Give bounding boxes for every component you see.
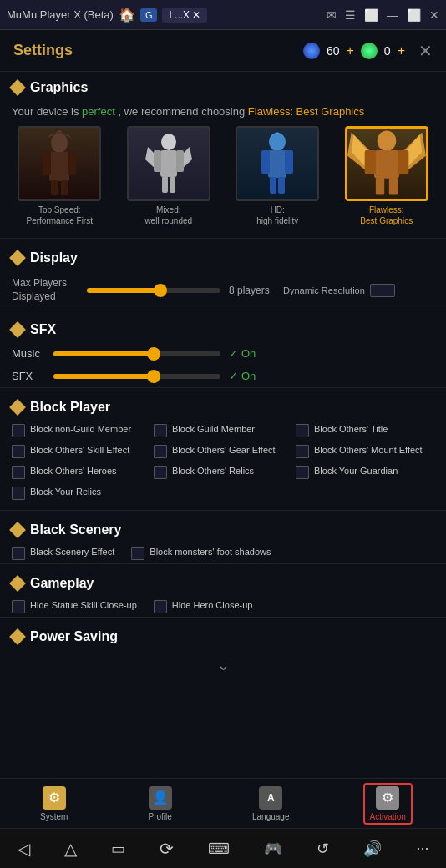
svg-rect-14 <box>176 150 184 172</box>
language-nav-icon: A <box>259 786 282 810</box>
volume-button[interactable]: 🔊 <box>357 833 388 865</box>
window-close-icon[interactable]: ✕ <box>429 8 439 22</box>
gem1-count: 60 <box>327 44 340 58</box>
block-monsters-shadows-label: Block monsters' foot shadows <box>150 546 271 558</box>
keyboard-button[interactable]: ⌨ <box>201 833 236 865</box>
black-scenery-section-header: Black Scenery <box>0 514 446 542</box>
svg-point-7 <box>161 134 176 150</box>
block-guild-member: Block Guild Member <box>154 423 292 437</box>
block-others-mount-checkbox[interactable] <box>296 445 309 458</box>
graphics-option-top-speed[interactable]: Top Speed: Performance First <box>13 126 105 226</box>
graphics-option-mixed[interactable]: Mixed: well rounded <box>123 126 215 226</box>
screenshot-icon[interactable]: ⬜ <box>364 8 378 22</box>
music-fill <box>53 351 154 356</box>
dynamic-resolution: Dynamic Resolution <box>283 284 395 297</box>
sfx-status: ✓ On <box>229 370 256 382</box>
activation-nav-icon: ⚙ <box>376 786 399 810</box>
svg-point-0 <box>51 133 68 153</box>
svg-rect-8 <box>160 150 177 177</box>
tab-google-play[interactable]: G <box>140 8 158 22</box>
title-bar-text: MuMu Player X (Beta) <box>7 8 114 21</box>
sfx-check-icon: ✓ <box>229 370 238 382</box>
home-icon[interactable]: 🏠 <box>119 7 135 23</box>
system-nav-label: System <box>40 812 68 821</box>
block-guild-member-checkbox[interactable] <box>154 424 167 437</box>
more-button[interactable]: ··· <box>409 833 435 864</box>
gem2-count: 0 <box>384 44 391 58</box>
home-button[interactable]: △ <box>58 832 84 865</box>
block-others-skill-checkbox[interactable] <box>12 445 25 458</box>
title-bar-icons: ✉ ☰ ⬜ — ⬜ ✕ <box>327 8 439 22</box>
sfx-thumb[interactable] <box>147 370 160 383</box>
nav-profile[interactable]: 👤 Profile <box>142 783 179 825</box>
block-non-guild: Block non-Guild Member <box>12 423 150 437</box>
max-players-slider[interactable] <box>87 288 220 293</box>
block-player-title: Block Player <box>30 400 110 415</box>
block-your-relics: Block Your Relics <box>12 486 150 500</box>
block-your-guardian-checkbox[interactable] <box>296 466 309 479</box>
music-row: Music ✓ On <box>0 342 446 365</box>
sfx-fill <box>53 374 154 379</box>
block-others-heroes-label: Block Others' Heroes <box>30 465 117 477</box>
graphics-option-flawless[interactable]: Flawless: Best Graphics <box>341 126 433 226</box>
gamepad-button[interactable]: 🎮 <box>257 833 289 865</box>
block-your-relics-checkbox[interactable] <box>12 487 25 500</box>
sfx-on-label: On <box>241 370 256 382</box>
settings-header: Settings 60 + 0 + ✕ <box>0 30 446 72</box>
black-scenery-effect: Black Scenery Effect <box>12 546 114 560</box>
svg-rect-23 <box>374 150 399 179</box>
recent-button[interactable]: ⟳ <box>153 832 180 865</box>
rotate-button[interactable]: ↺ <box>310 833 336 865</box>
block-others-heroes-checkbox[interactable] <box>12 466 25 479</box>
music-slider[interactable] <box>53 351 220 356</box>
black-scenery-effect-label: Black Scenery Effect <box>30 546 114 558</box>
svg-rect-16 <box>268 150 286 178</box>
gameplay-diamond-icon <box>9 575 26 592</box>
screen-button[interactable]: ▭ <box>104 833 132 865</box>
hide-statue-skill-checkbox[interactable] <box>12 600 25 613</box>
sfx-slider[interactable] <box>53 374 220 379</box>
tab-active[interactable]: L...X ✕ <box>162 8 207 23</box>
nav-system[interactable]: ⚙ System <box>33 783 74 825</box>
expand-power-saving-button[interactable]: ⌄ <box>0 649 446 681</box>
graphics-option-hd[interactable]: HD: high fidelity <box>231 126 323 226</box>
email-icon[interactable]: ✉ <box>327 8 337 22</box>
minimize-icon[interactable]: — <box>387 8 398 22</box>
add-gem1-button[interactable]: + <box>347 43 354 58</box>
menu-icon[interactable]: ☰ <box>345 8 356 22</box>
graphics-img-top-speed <box>18 126 101 201</box>
graphics-label-flawless: Flawless: Best Graphics <box>360 204 413 226</box>
nav-language[interactable]: A Language <box>246 783 296 825</box>
block-others-skill: Block Others' Skill Effect <box>12 444 150 458</box>
block-others-gear-checkbox[interactable] <box>154 445 167 458</box>
block-your-guardian-label: Block Your Guardian <box>314 465 398 477</box>
svg-rect-17 <box>261 150 270 174</box>
svg-rect-13 <box>154 150 161 172</box>
music-check-icon: ✓ <box>229 347 238 360</box>
block-others-gear: Block Others' Gear Effect <box>154 444 292 458</box>
block-monsters-shadows-checkbox[interactable] <box>131 547 144 560</box>
black-scenery-effect-checkbox[interactable] <box>12 547 25 560</box>
block-others-relics-checkbox[interactable] <box>154 466 167 479</box>
music-on-label: On <box>241 347 256 360</box>
dynamic-res-toggle[interactable] <box>370 284 395 297</box>
settings-close-button[interactable]: ✕ <box>418 41 433 61</box>
slider-thumb[interactable] <box>154 284 167 297</box>
display-diamond-icon <box>9 250 26 266</box>
back-button[interactable]: ◁ <box>11 832 37 865</box>
gameplay-title: Gameplay <box>30 576 94 591</box>
gameplay-section-header: Gameplay <box>0 568 446 596</box>
nav-activation[interactable]: ⚙ Activation <box>363 783 413 825</box>
block-others-title-checkbox[interactable] <box>296 424 309 437</box>
hide-hero-closeup-checkbox[interactable] <box>154 600 167 613</box>
power-saving-title: Power Saving <box>30 629 118 644</box>
black-scenery-title: Black Scenery <box>30 522 121 537</box>
display-section-header: Display <box>0 242 446 270</box>
music-thumb[interactable] <box>147 347 160 361</box>
profile-nav-icon: 👤 <box>149 786 172 810</box>
block-non-guild-checkbox[interactable] <box>12 424 25 437</box>
add-gem2-button[interactable]: + <box>398 43 405 58</box>
maximize-icon[interactable]: ⬜ <box>407 8 421 22</box>
block-your-guardian: Block Your Guardian <box>296 465 434 479</box>
divider-3 <box>0 387 446 388</box>
